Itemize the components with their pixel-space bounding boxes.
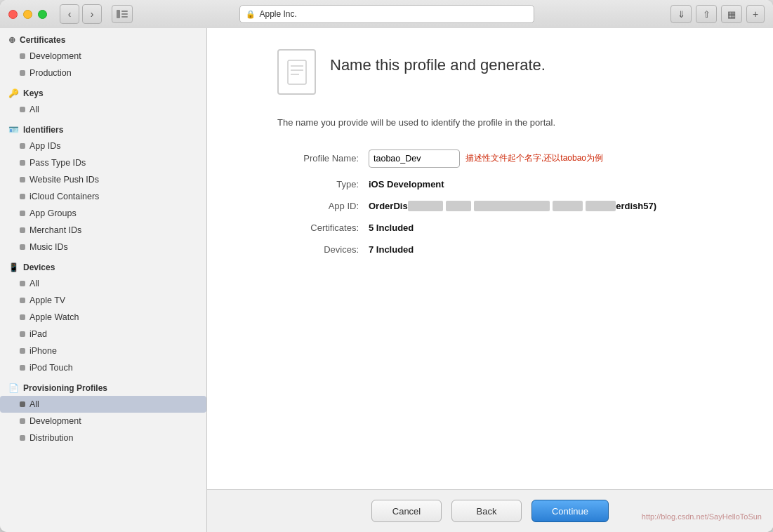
devices-label: Devices (23, 262, 55, 272)
app-id-suffix: erdish57) (616, 201, 656, 211)
app-id-blurred3: xxxxxxxxxxxxxxx (474, 201, 550, 211)
certificates-value: 5 Included (369, 222, 414, 233)
new-tab-button[interactable]: + (746, 5, 765, 23)
sidebar-item-label: Pass Type IDs (29, 158, 86, 168)
bullet-icon (20, 298, 25, 303)
bullet-icon (20, 365, 25, 371)
bullet-icon (20, 160, 25, 166)
app-id-blurred1: xxxxxxx (408, 201, 444, 211)
address-bar[interactable]: 🔒 Apple Inc. (239, 5, 534, 23)
certificates-label: Certificates: (277, 222, 369, 233)
bullet-icon (20, 53, 25, 59)
bottom-bar: Cancel Back Continue (207, 489, 773, 532)
sidebar-item-devices-all[interactable]: All (0, 275, 206, 292)
sidebar-item-keys-all[interactable]: All (0, 101, 206, 118)
close-button[interactable] (8, 10, 18, 19)
forward-nav-button[interactable]: › (82, 4, 102, 24)
devices-value: 7 Included (369, 244, 414, 255)
certs-label: Certificates (20, 35, 65, 45)
sidebar-item-label: iCloud Containers (29, 192, 99, 201)
sidebar-item-ipod-touch[interactable]: iPod Touch (0, 359, 206, 376)
sidebar-section-header-certs: ⊕ Certificates (0, 28, 206, 48)
sidebar-item-icloud-containers[interactable]: iCloud Containers (0, 188, 206, 205)
sidebar-item-production[interactable]: Production (0, 65, 206, 81)
sidebar-item-label: App IDs (29, 141, 60, 151)
main-content: Name this profile and generate. The name… (207, 28, 773, 489)
identifiers-label: Identifiers (23, 125, 63, 135)
bullet-icon (20, 348, 25, 354)
address-text: Apple Inc. (260, 9, 297, 19)
provisioning-label: Provisioning Profiles (23, 383, 107, 393)
profile-name-input[interactable] (369, 149, 460, 168)
svg-rect-4 (288, 60, 306, 84)
type-label: Type: (277, 179, 369, 189)
sidebar-item-app-groups[interactable]: App Groups (0, 205, 206, 222)
keys-label: Keys (23, 88, 44, 98)
sidebar-item-apple-watch[interactable]: Apple Watch (0, 309, 206, 326)
device-icon: 📱 (8, 262, 19, 272)
profile-icon-box (277, 49, 316, 95)
sidebar-item-label: Apple Watch (29, 312, 79, 322)
sidebar-item-iphone[interactable]: iPhone (0, 343, 206, 359)
page-title: Name this profile and generate. (330, 49, 546, 74)
sidebar-item-label: All (29, 399, 39, 409)
sidebar-item-prov-development[interactable]: Development (0, 413, 206, 430)
type-row: Type: iOS Development (277, 179, 738, 189)
sidebar-section-header-devices: 📱 Devices (0, 255, 206, 275)
sidebar-section-header-keys: 🔑 Keys (0, 81, 206, 101)
devices-row: Devices: 7 Included (277, 244, 738, 255)
profile-name-row: Profile Name: 描述性文件起个名字,还以taobao为例 (277, 149, 738, 168)
sidebar-item-website-push-ids[interactable]: Website Push IDs (0, 171, 206, 188)
certificates-row: Certificates: 5 Included (277, 222, 738, 233)
sidebar-item-prov-distribution[interactable]: Distribution (0, 430, 206, 446)
sidebar-section-header-provisioning: 📄 Provisioning Profiles (0, 376, 206, 396)
profile-header: Name this profile and generate. (277, 49, 738, 95)
bullet-icon (20, 143, 25, 149)
bullet-icon (20, 435, 25, 441)
sidebar-item-apple-tv[interactable]: Apple TV (0, 292, 206, 309)
bullet-icon (20, 194, 25, 199)
profile-name-label: Profile Name: (277, 153, 369, 164)
profile-icon: 📄 (8, 383, 19, 393)
svg-rect-1 (121, 11, 128, 12)
sidebar-toggle-button[interactable] (112, 5, 133, 23)
app-id-blurred2: xxxxx (446, 201, 471, 211)
id-icon: 🪪 (8, 125, 19, 135)
sidebar-section-header-identifiers: 🪪 Identifiers (0, 118, 206, 138)
sidebar-item-merchant-ids[interactable]: Merchant IDs (0, 222, 206, 239)
back-button[interactable]: Back (451, 500, 522, 522)
profile-name-hint: 描述性文件起个名字,还以taobao为例 (465, 152, 603, 164)
bullet-icon (20, 227, 25, 233)
cancel-button[interactable]: Cancel (371, 500, 442, 522)
back-nav-button[interactable]: ‹ (60, 4, 79, 24)
download-button[interactable]: ⇓ (670, 5, 692, 23)
app-id-row: App ID: OrderDisxxxxxxx xxxxx xxxxxxxxxx… (277, 201, 738, 211)
fullscreen-button[interactable] (38, 10, 47, 19)
continue-button[interactable]: Continue (531, 500, 609, 522)
minimize-button[interactable] (23, 10, 32, 19)
sidebar-item-label: Music IDs (29, 242, 68, 252)
sidebar: ⊕ Certificates Development Production 🔑 … (0, 28, 207, 532)
app-id-blurred4: xxxxxx (553, 201, 583, 211)
sidebar-item-app-ids[interactable]: App IDs (0, 138, 206, 154)
sidebar-item-pass-type-ids[interactable]: Pass Type IDs (0, 154, 206, 171)
titlebar: ‹ › 🔒 Apple Inc. ⇓ ⇧ ▦ + (0, 0, 773, 28)
sidebar-item-label: iPod Touch (29, 363, 73, 373)
sidebar-item-development[interactable]: Development (0, 48, 206, 65)
bullet-icon (20, 401, 25, 407)
svg-rect-0 (117, 10, 120, 18)
share-button[interactable]: ⇧ (696, 5, 717, 23)
sidebar-item-ipad[interactable]: iPad (0, 326, 206, 343)
sidebar-item-prov-all[interactable]: All (0, 396, 206, 413)
tab-overview-button[interactable]: ▦ (721, 5, 742, 23)
sidebar-item-label: Production (29, 68, 72, 78)
description-text: The name you provide will be used to ide… (277, 116, 738, 130)
sidebar-item-label: All (29, 105, 39, 114)
content-area: ⊕ Certificates Development Production 🔑 … (0, 28, 773, 532)
cert-icon: ⊕ (8, 35, 15, 45)
sidebar-item-label: Development (29, 51, 81, 61)
bullet-icon (20, 418, 25, 424)
sidebar-item-label: Distribution (29, 433, 74, 443)
sidebar-item-music-ids[interactable]: Music IDs (0, 239, 206, 255)
sidebar-item-label: All (29, 279, 39, 288)
